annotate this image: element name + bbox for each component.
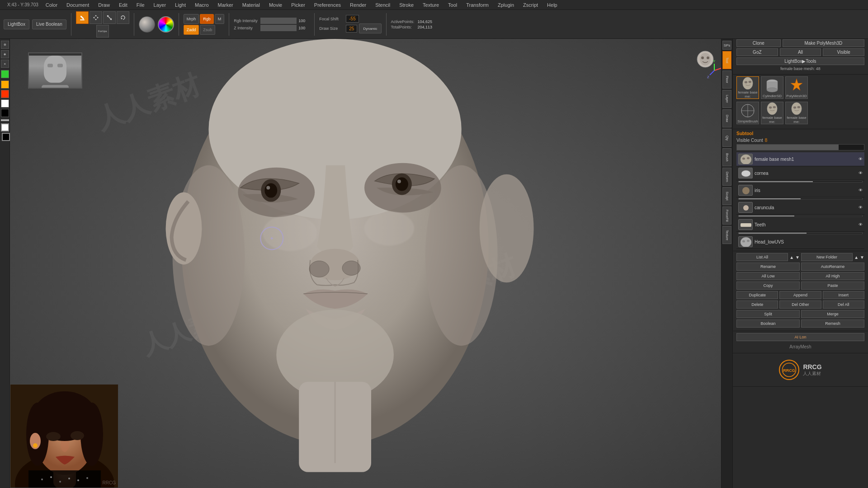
- menu-render[interactable]: Render: [348, 1, 368, 9]
- subtool-eye-1[interactable]: 👁: [859, 171, 863, 175]
- all-button[interactable]: All: [780, 48, 821, 56]
- menu-movie[interactable]: Movie: [267, 1, 284, 9]
- subtool-item-2[interactable]: iris 👁: [736, 183, 864, 197]
- menu-preferences[interactable]: Preferences: [312, 1, 343, 9]
- color-fg[interactable]: [1, 123, 9, 131]
- color-picker[interactable]: [158, 16, 174, 33]
- goz-button[interactable]: GoZ: [736, 48, 778, 56]
- inner-btn-deform[interactable]: Deform: [722, 168, 731, 186]
- live-boolean-button[interactable]: Live Boolean: [32, 19, 66, 29]
- auto-rename-button[interactable]: AutoRename: [801, 263, 864, 271]
- forups-icon[interactable]: ForUps: [96, 25, 109, 38]
- inner-btn-tool[interactable]: Tool: [722, 51, 731, 69]
- inner-btn-sps[interactable]: SPs: [722, 41, 731, 50]
- tool-thumb-polymesh[interactable]: PolyMesh3D: [785, 76, 808, 99]
- menu-help[interactable]: Help: [545, 1, 559, 9]
- menu-light[interactable]: Light: [173, 1, 188, 9]
- menu-picker[interactable]: Picker: [289, 1, 307, 9]
- tool-thumb-cylinder[interactable]: CylindlerSD: [761, 76, 783, 99]
- del-all-button[interactable]: Del All: [823, 300, 864, 309]
- material-sphere[interactable]: [139, 16, 155, 33]
- scale-icon[interactable]: [103, 11, 116, 24]
- inner-btn-sculpt[interactable]: Sculpt: [722, 187, 731, 205]
- lightbox-tools-button[interactable]: LightBox▶Tools: [736, 57, 864, 65]
- insert-button[interactable]: Insert: [823, 291, 864, 299]
- folder-down[interactable]: ▼: [860, 253, 864, 261]
- inner-btn-texture[interactable]: Texture: [722, 226, 731, 244]
- copy-button[interactable]: Copy: [736, 282, 800, 290]
- left-btn-2[interactable]: ◈: [1, 50, 9, 58]
- inner-btn-layer[interactable]: Layer: [722, 90, 731, 108]
- focal-shift-value[interactable]: -55: [346, 15, 359, 23]
- list-all-button[interactable]: List All: [736, 253, 788, 261]
- paste-button[interactable]: Paste: [801, 282, 864, 290]
- rename-button[interactable]: Rename: [736, 263, 800, 271]
- dynamic-button[interactable]: Dynamic: [359, 23, 381, 33]
- menu-texture[interactable]: Texture: [421, 1, 441, 9]
- boolean-button[interactable]: Boolean: [736, 319, 800, 328]
- lightbox-button[interactable]: LightBox: [4, 19, 29, 29]
- menu-stroke[interactable]: Stroke: [397, 1, 415, 9]
- ai-lon-button[interactable]: AI Lon: [736, 333, 864, 341]
- menu-layer[interactable]: Layer: [152, 1, 168, 9]
- draw-icon[interactable]: [76, 11, 89, 24]
- inner-btn-forcefill[interactable]: ForceFill: [722, 206, 731, 225]
- list-all-down[interactable]: ▼: [795, 253, 800, 261]
- inner-btn-qty[interactable]: Qty: [722, 129, 731, 147]
- menu-document[interactable]: Document: [65, 1, 91, 9]
- color-white[interactable]: [1, 99, 9, 108]
- caruncula-slider[interactable]: [738, 215, 863, 217]
- subtool-item-3[interactable]: caruncula 👁: [736, 201, 864, 215]
- z-intensity-slider[interactable]: [260, 25, 297, 31]
- tool-thumb-female-base2[interactable]: female base me:: [761, 102, 783, 124]
- delete-button[interactable]: Delete: [736, 300, 778, 309]
- cornea-slider[interactable]: [738, 181, 863, 183]
- subtool-item-4[interactable]: Teeth 👁: [736, 218, 864, 232]
- menu-macro[interactable]: Macro: [193, 1, 211, 9]
- draw-size-value[interactable]: 25: [346, 25, 357, 33]
- move-icon[interactable]: [90, 11, 102, 24]
- color-orange[interactable]: [1, 80, 9, 89]
- split-button[interactable]: Split: [736, 310, 800, 318]
- menu-material[interactable]: Material: [241, 1, 262, 9]
- left-btn-1[interactable]: ⊕: [1, 41, 9, 49]
- all-low-button[interactable]: All Low: [736, 272, 800, 280]
- color-bg[interactable]: [2, 133, 10, 141]
- duplicate-button[interactable]: Duplicate: [736, 291, 778, 299]
- make-polymesh3d-button[interactable]: Make PolyMesh3D: [783, 39, 864, 47]
- rgb-intensity-slider[interactable]: [260, 18, 297, 24]
- canvas-area[interactable]: 人人素材 RRCG 人人素材 RRCG 人人素材: [10, 39, 732, 488]
- morph-button[interactable]: Mrph: [184, 14, 199, 24]
- append-button[interactable]: Append: [779, 291, 821, 299]
- menu-marker[interactable]: Marker: [216, 1, 235, 9]
- nav-cube[interactable]: X Y Z: [687, 48, 723, 84]
- clone-button[interactable]: Clone: [736, 39, 781, 47]
- subtool-eye-0[interactable]: 👁: [859, 157, 863, 161]
- tool-thumb-female-base[interactable]: female base me:: [736, 76, 759, 99]
- menu-tool[interactable]: Tool: [446, 1, 459, 9]
- remesh-button[interactable]: Remesh: [801, 319, 864, 328]
- inner-btn-floor[interactable]: Floor: [722, 70, 731, 89]
- inner-btn-brush[interactable]: Brush: [722, 148, 731, 166]
- folder-up[interactable]: ▲: [854, 253, 859, 261]
- subtool-item-1[interactable]: cornea 👁: [736, 166, 864, 180]
- merge-button[interactable]: Merge: [801, 310, 864, 318]
- subtool-item-5[interactable]: Head_lowUVS: [736, 235, 864, 249]
- teeth-slider[interactable]: [738, 232, 863, 234]
- menu-zscript[interactable]: Zscript: [521, 1, 540, 9]
- menu-file[interactable]: File: [135, 1, 146, 9]
- iris-slider[interactable]: [738, 198, 863, 200]
- menu-zplugin[interactable]: Zplugin: [496, 1, 516, 9]
- menu-edit[interactable]: Edit: [117, 1, 129, 9]
- tool-thumb-simplebrush[interactable]: SimpleBrush: [736, 102, 759, 124]
- subtool-eye-4[interactable]: 👁: [859, 222, 863, 227]
- rotate-icon[interactable]: [117, 11, 129, 24]
- list-all-up[interactable]: ▲: [789, 253, 794, 261]
- rgb-button[interactable]: Rgb: [200, 14, 214, 24]
- visible-count-slider[interactable]: [736, 144, 864, 150]
- zsub-button[interactable]: Zsub: [200, 25, 215, 35]
- visible-button[interactable]: Visible: [823, 48, 864, 56]
- color-green[interactable]: [1, 70, 9, 78]
- menu-stencil[interactable]: Stencil: [373, 1, 392, 9]
- new-folder-button[interactable]: New Folder: [801, 253, 853, 261]
